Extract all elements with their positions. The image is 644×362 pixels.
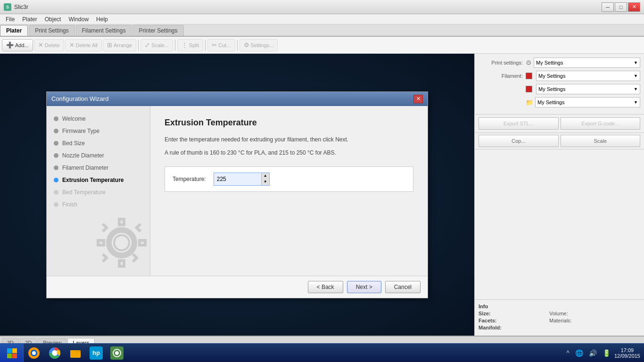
minimize-button[interactable]: ─ (602, 2, 614, 12)
arrange-button[interactable]: ⊞ Arrange (103, 39, 136, 51)
step-bullet-active (54, 178, 58, 182)
export-stl-button[interactable]: Export STL... (479, 117, 559, 130)
step-label: Firmware Type (62, 128, 99, 134)
chevron-icon[interactable]: ^ (564, 347, 571, 359)
title-bar-left: S Slic3r (4, 3, 28, 11)
tab-print-settings[interactable]: Print Settings (29, 25, 74, 36)
copy-scale-row: Cop... Scale (475, 133, 644, 149)
dropdown-arrow2: ▼ (634, 74, 638, 78)
object-list[interactable] (475, 149, 644, 299)
step-label: Welcome (62, 115, 86, 122)
taskbar-clock[interactable]: 17:09 12/09/2015 (614, 347, 640, 359)
explorer-icon (69, 346, 82, 360)
settings-button[interactable]: ⚙ Settings... (239, 39, 278, 51)
manifold-key: Manifold: (479, 325, 512, 330)
tab-printer-settings[interactable]: Printer Settings (132, 25, 183, 36)
separator3 (205, 40, 206, 51)
taskbar-right: ^ 🌐 🔊 🔋 17:09 12/09/2015 (564, 347, 644, 359)
network-icon[interactable]: 🌐 (573, 347, 585, 359)
taskbar-firefox[interactable] (25, 344, 43, 362)
step-label: Bed Temperature (62, 189, 106, 196)
menu-plater[interactable]: Plater (18, 15, 41, 24)
wizard-content: Extrusion Temperature Enter the temperat… (150, 106, 428, 276)
scale-button[interactable]: ⤢ Scale... (140, 39, 173, 51)
menu-file[interactable]: File (2, 15, 18, 24)
delete-icon: ✕ (38, 41, 43, 49)
right-panel: Print settings: ⚙ My Settings ▼ Filament… (474, 54, 644, 336)
filament-label: Filament: (479, 73, 526, 79)
add-button[interactable]: ➕ Add... (2, 39, 33, 51)
print-settings-dropdown[interactable]: My Settings ▼ (534, 58, 640, 68)
wizard-title: Configuration Wizard (51, 95, 108, 102)
cut-icon: ✂ (212, 41, 217, 49)
wizard-close-button[interactable]: ✕ (413, 95, 423, 103)
delete-all-icon: ✕ (69, 41, 74, 49)
wizard-body: Welcome Firmware Type Bed Size Nozz (47, 106, 428, 276)
step-bullet-disabled2 (54, 202, 58, 207)
taskbar-slic3r[interactable] (107, 344, 126, 362)
modal-overlay: Configuration Wizard ✕ Welcome F (0, 54, 474, 336)
info-panel: Info Size: Volume: Facets: Materials: Ma… (475, 299, 644, 336)
scale-button2[interactable]: Scale (561, 135, 641, 147)
window-controls: ─ □ ✕ (602, 2, 640, 12)
canvas-area[interactable]: Configuration Wizard ✕ Welcome F (0, 54, 474, 336)
step-bullet (54, 153, 58, 158)
step-welcome: Welcome (54, 115, 143, 122)
next-button[interactable]: Next > (347, 281, 381, 293)
print-settings-row: Print settings: ⚙ My Settings ▼ (479, 58, 640, 68)
cut-button[interactable]: ✂ Cut... (207, 39, 235, 51)
start-button[interactable] (0, 344, 24, 362)
windows-icon (6, 347, 17, 359)
menu-help[interactable]: Help (92, 15, 112, 24)
printer-color-dot (526, 86, 532, 92)
step-label: Filament Diameter (62, 165, 108, 171)
svg-point-8 (32, 351, 36, 355)
taskbar-hp[interactable]: hp (87, 344, 106, 362)
size-key: Size: (479, 311, 512, 316)
materials-label: Materials: (549, 318, 572, 323)
cancel-button[interactable]: Cancel (385, 281, 421, 293)
step-bullet (54, 141, 58, 146)
battery-icon[interactable]: 🔋 (601, 347, 612, 359)
speaker-icon[interactable]: 🔊 (587, 347, 599, 359)
close-button[interactable]: ✕ (628, 2, 640, 12)
printer-dropdown2[interactable]: My Settings ▼ (535, 97, 640, 107)
temp-increment-button[interactable]: ▲ (262, 173, 269, 179)
filament-row: Filament: My Settings ▼ (479, 71, 640, 81)
delete-all-button[interactable]: ✕ Delete All (65, 39, 102, 51)
step-nozzle: Nozzle Diameter (54, 152, 143, 159)
temp-decrement-button[interactable]: ▼ (262, 179, 269, 185)
maximize-button[interactable]: □ (615, 2, 627, 12)
tab-bar: Plater Print Settings Filament Settings … (0, 25, 644, 37)
export-gcode-button[interactable]: Export G-code... (561, 117, 641, 130)
menu-window[interactable]: Window (65, 15, 92, 24)
step-bullet (54, 129, 58, 133)
taskbar-explorer[interactable] (66, 344, 85, 362)
taskbar-chrome[interactable] (45, 344, 64, 362)
title-bar: S Slic3r ─ □ ✕ (0, 0, 644, 14)
firefox-icon (27, 346, 41, 360)
svg-rect-2 (7, 348, 12, 353)
separator4 (237, 40, 238, 51)
tab-plater[interactable]: Plater (0, 25, 28, 36)
split-button[interactable]: ⋮ Split (177, 39, 203, 51)
step-finish: Finish (54, 201, 143, 208)
copy-button[interactable]: Cop... (479, 135, 559, 147)
delete-button[interactable]: ✕ Delete (34, 39, 64, 51)
temperature-spinners: ▲ ▼ (261, 173, 269, 185)
separator (138, 40, 139, 51)
split-icon: ⋮ (182, 41, 188, 49)
temp-label: Temperature: (173, 176, 206, 182)
size-row: Size: Volume: (479, 311, 640, 316)
menu-object[interactable]: Object (41, 15, 65, 24)
svg-point-0 (108, 230, 135, 256)
step-label: Bed Size (62, 140, 85, 147)
wizard-sidebar: Welcome Firmware Type Bed Size Nozz (47, 106, 150, 276)
printer-dropdown[interactable]: My Settings ▼ (536, 84, 640, 94)
wizard-desc1: Enter the temperature needed for extrudi… (165, 135, 413, 144)
filament-dropdown[interactable]: My Settings ▼ (536, 71, 640, 81)
tab-filament-settings[interactable]: Filament Settings (76, 25, 132, 36)
toolbar: ➕ Add... ✕ Delete ✕ Delete All ⊞ Arrange… (0, 37, 644, 54)
back-button[interactable]: < Back (308, 281, 343, 293)
temperature-input[interactable] (214, 173, 261, 185)
